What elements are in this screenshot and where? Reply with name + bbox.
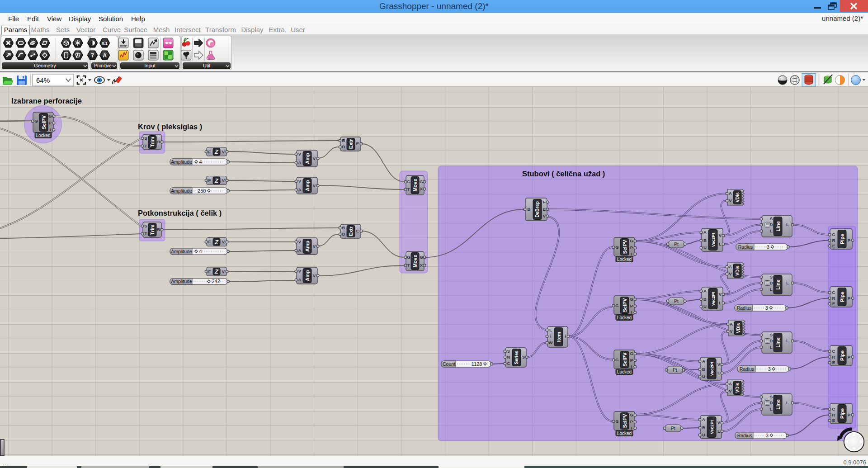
svg-text:A: A — [298, 277, 302, 282]
svg-text:F: F — [208, 178, 211, 183]
svg-text:A: A — [729, 264, 732, 269]
svg-text:Trim: Trim — [150, 137, 155, 147]
svg-text:V: V — [222, 178, 225, 183]
svg-text:S: S — [770, 274, 773, 279]
svg-text:Amplitude: Amplitude — [171, 279, 192, 284]
svg-text:L: L — [786, 222, 789, 227]
svg-text:1128: 1128 — [472, 361, 482, 367]
svg-text:A: A — [703, 288, 707, 293]
svg-text:A: A — [702, 417, 705, 422]
svg-text:V: V — [222, 239, 225, 244]
svg-text:Z: Z — [214, 177, 219, 184]
svg-text:Pipe: Pipe — [840, 234, 845, 244]
svg-text:G: G — [630, 238, 633, 243]
svg-text:Z: Z — [214, 239, 219, 246]
svg-text:P: P — [630, 303, 633, 308]
svg-text:VDis: VDis — [735, 192, 740, 203]
svg-text:SelPV: SelPV — [622, 240, 627, 254]
svg-text:A: A — [298, 187, 302, 192]
svg-text:Z: Z — [214, 268, 219, 275]
svg-text:A: A — [730, 321, 733, 326]
svg-text:V: V — [730, 329, 733, 334]
svg-text:P: P — [630, 419, 633, 424]
svg-text:4: 4 — [199, 159, 202, 165]
svg-text:SelPV: SelPV — [622, 352, 627, 367]
svg-text:i: i — [550, 334, 552, 339]
svg-text:Amp: Amp — [305, 270, 310, 281]
svg-text:Series: Series — [514, 350, 519, 364]
svg-text:L: L — [717, 429, 720, 434]
svg-text:R: R — [832, 355, 835, 359]
svg-text:E: E — [832, 243, 835, 248]
svg-text:V: V — [298, 179, 302, 184]
svg-text:L: L — [770, 407, 773, 411]
svg-text:B: B — [703, 238, 707, 243]
svg-text:S: S — [770, 216, 773, 221]
svg-text:C: C — [832, 232, 835, 237]
svg-text:Amplitude: Amplitude — [171, 188, 192, 194]
svg-text:V: V — [298, 269, 302, 274]
svg-text:G: G — [34, 118, 38, 123]
svg-text:P: P — [848, 412, 851, 417]
svg-text:4: 4 — [199, 249, 202, 254]
svg-text:C: C — [832, 407, 835, 411]
svg-text:S: S — [770, 332, 773, 337]
svg-text:G: G — [615, 357, 618, 362]
svg-text:C: C — [507, 361, 510, 366]
svg-text:Radius: Radius — [738, 244, 753, 250]
svg-text:G: G — [615, 419, 618, 424]
svg-text:G: G — [420, 255, 423, 260]
svg-text:Pt: Pt — [671, 426, 675, 431]
svg-text:I: I — [631, 251, 632, 256]
svg-text:Pipe: Pipe — [840, 350, 845, 361]
svg-text:3: 3 — [765, 305, 768, 311]
svg-text:L: L — [786, 400, 789, 405]
svg-text:VDis: VDis — [735, 265, 740, 276]
svg-text:N: N — [507, 355, 510, 359]
svg-text:V: V — [313, 156, 316, 161]
svg-text:Radius: Radius — [737, 433, 752, 438]
svg-text:V: V — [313, 183, 316, 188]
svg-text:Move: Move — [412, 255, 418, 267]
svg-text:Line: Line — [775, 279, 781, 290]
svg-text:3: 3 — [767, 244, 769, 250]
svg-text:L: L — [770, 345, 773, 350]
svg-text:P: P — [848, 238, 851, 243]
svg-text:Locked: Locked — [617, 257, 632, 262]
svg-text:I: I — [631, 364, 632, 369]
svg-text:Potkonstrukcija ( čelik ): Potkonstrukcija ( čelik ) — [138, 209, 222, 217]
svg-text:Line: Line — [775, 221, 781, 232]
svg-text:D: D — [342, 144, 345, 149]
svg-text:B: B — [703, 297, 707, 302]
svg-text:Trim: Trim — [150, 224, 155, 235]
svg-text:T: T — [407, 187, 410, 192]
svg-text:Move: Move — [412, 179, 418, 191]
svg-text:R: R — [832, 296, 835, 301]
svg-text:X: X — [420, 186, 423, 191]
svg-text:SelPV: SelPV — [622, 414, 627, 428]
svg-text:Amp: Amp — [305, 180, 310, 191]
svg-text:A: A — [729, 191, 732, 196]
svg-text:G: G — [407, 255, 410, 260]
svg-text:B: B — [342, 225, 345, 230]
svg-text:DeBrep: DeBrep — [535, 201, 540, 217]
svg-text:Pt: Pt — [674, 299, 679, 304]
svg-text:R: R — [157, 139, 160, 144]
svg-text:V: V — [717, 362, 721, 367]
svg-text:D: D — [770, 280, 773, 285]
svg-text:B: B — [528, 207, 531, 212]
svg-text:V: V — [222, 269, 225, 274]
svg-text:G: G — [615, 303, 618, 308]
svg-text:U: U — [702, 374, 705, 379]
svg-text:L: L — [719, 300, 722, 305]
svg-text:Line: Line — [775, 337, 781, 348]
svg-text:B: B — [702, 367, 705, 372]
svg-text:G: G — [420, 179, 423, 184]
svg-text:V: V — [313, 273, 316, 278]
svg-text:Stubovi ( čelična užad ): Stubovi ( čelična užad ) — [522, 170, 605, 178]
svg-text:Vec2Pt: Vec2Pt — [711, 232, 716, 247]
svg-text:P: P — [848, 355, 851, 359]
svg-text:G: G — [615, 245, 618, 250]
svg-text:Pipe: Pipe — [840, 408, 845, 419]
svg-text:G: G — [630, 412, 633, 417]
